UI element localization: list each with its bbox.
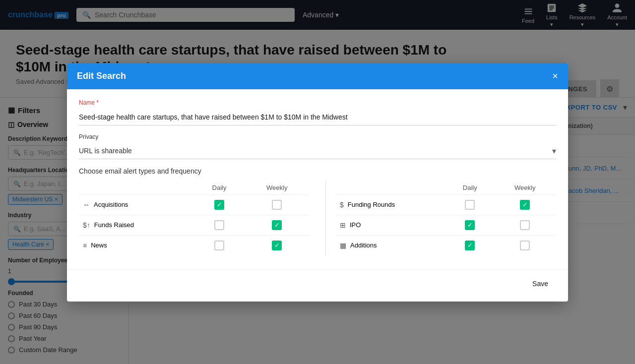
modal-body: Name * Privacy URL is shareable ▾ Choose…: [67, 89, 568, 265]
acquisitions-weekly-check[interactable]: [272, 200, 282, 210]
col-daily-right: Daily: [446, 181, 494, 195]
alert-funding-rounds-row: $ Funding Rounds ✓: [336, 194, 556, 215]
ipo-weekly-check[interactable]: [520, 220, 530, 230]
col-daily-left: Daily: [194, 181, 245, 195]
alerts-left: Daily Weekly ↔ Acquisitions: [79, 181, 310, 255]
alert-additions-row: ▦ Additions ✓: [336, 235, 556, 255]
alert-news-row: ≡ News ✓: [79, 235, 310, 255]
additions-daily-check[interactable]: ✓: [465, 241, 475, 250]
edit-search-modal: Edit Search × Name * Privacy URL is shar…: [67, 63, 568, 302]
additions-icon: ▦: [340, 242, 346, 249]
news-daily-check[interactable]: [214, 241, 224, 250]
acquisitions-daily-check[interactable]: ✓: [214, 200, 224, 210]
privacy-label: Privacy: [79, 133, 556, 140]
funds-daily-check[interactable]: [214, 220, 224, 230]
name-label: Name *: [79, 99, 556, 106]
alert-funds-raised-row: $↑ Funds Raised ✓: [79, 215, 310, 235]
modal-footer: Save: [67, 269, 568, 302]
col-type-right: [336, 181, 446, 195]
funding-rounds-weekly-check[interactable]: ✓: [520, 200, 530, 210]
alerts-right-table: Daily Weekly $ Funding Rounds: [336, 181, 556, 255]
news-icon: ≡: [83, 242, 87, 249]
alerts-right: Daily Weekly $ Funding Rounds: [325, 181, 556, 255]
alerts-grid: Daily Weekly ↔ Acquisitions: [79, 181, 556, 255]
ipo-daily-check[interactable]: ✓: [465, 220, 475, 230]
modal-close-button[interactable]: ×: [552, 71, 558, 81]
chevron-down-icon: ▾: [552, 146, 556, 156]
news-weekly-check[interactable]: ✓: [272, 241, 282, 250]
privacy-select[interactable]: URL is shareable ▾: [79, 143, 556, 159]
acquisitions-icon: ↔: [83, 201, 90, 209]
col-type-left: [79, 181, 194, 195]
alert-ipo-row: ⊞ IPO ✓: [336, 215, 556, 235]
modal-header: Edit Search ×: [67, 63, 568, 89]
col-weekly-right: Weekly: [494, 181, 557, 195]
funds-weekly-check[interactable]: ✓: [272, 220, 282, 230]
alert-section-title: Choose email alert types and frequency: [79, 167, 556, 175]
funding-rounds-daily-check[interactable]: [465, 200, 475, 210]
additions-weekly-check[interactable]: [520, 241, 530, 250]
ipo-icon: ⊞: [340, 221, 346, 229]
alert-acquisitions-row: ↔ Acquisitions ✓: [79, 194, 310, 215]
modal-title: Edit Search: [77, 71, 126, 81]
name-field-group: Name *: [79, 99, 556, 125]
search-name-input[interactable]: [79, 109, 556, 125]
privacy-field-group: Privacy URL is shareable ▾: [79, 133, 556, 159]
funding-rounds-icon: $: [340, 201, 344, 209]
modal-save-button[interactable]: Save: [524, 276, 556, 292]
alerts-left-table: Daily Weekly ↔ Acquisitions: [79, 181, 310, 255]
col-weekly-left: Weekly: [245, 181, 310, 195]
modal-overlay[interactable]: Edit Search × Name * Privacy URL is shar…: [0, 0, 635, 364]
funds-raised-icon: $↑: [83, 221, 90, 229]
